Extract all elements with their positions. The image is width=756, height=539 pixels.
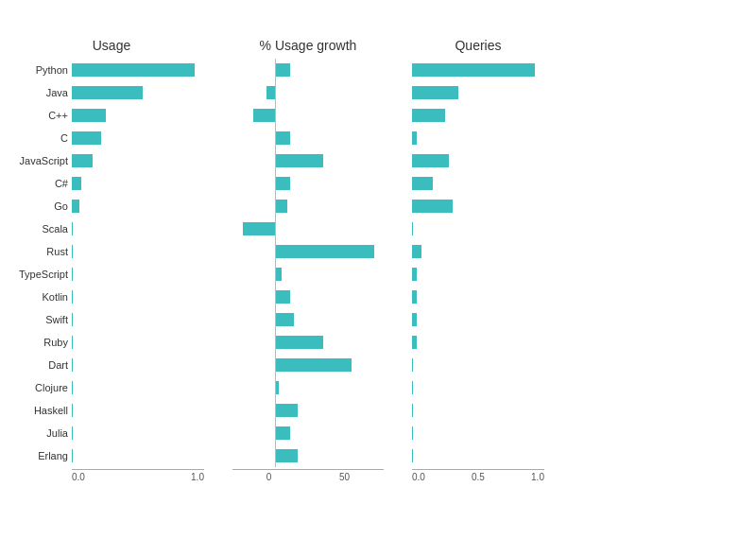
usage-bar-row — [72, 354, 204, 376]
usage-bar-row — [72, 422, 204, 444]
language-labels: PythonJavaC++CJavaScriptC#GoScalaRustTyp… — [19, 59, 72, 482]
queries-bar-row — [412, 149, 544, 172]
queries-panel: Queries 0.0 0.5 1.0 — [412, 38, 544, 482]
usage-bar — [72, 131, 101, 145]
queries-bar — [412, 131, 417, 145]
growth-bar-row — [232, 422, 384, 444]
growth-bar-row — [232, 195, 384, 217]
usage-bar-row — [72, 376, 204, 399]
growth-bar-row — [232, 376, 384, 399]
queries-bar — [412, 426, 413, 440]
usage-bar-row — [72, 81, 204, 104]
language-label-go: Go — [54, 195, 72, 217]
growth-panel: % Usage growth 0 50 — [232, 38, 384, 482]
growth-bar — [275, 200, 288, 213]
usage-bar-row — [72, 444, 204, 467]
usage-bar — [72, 177, 81, 190]
queries-bar — [412, 290, 417, 304]
language-label-clojure: Clojure — [35, 376, 72, 399]
growth-bar — [275, 131, 290, 145]
usage-bar-row — [72, 149, 204, 172]
growth-bar-row — [232, 59, 384, 81]
usage-bar — [72, 358, 73, 372]
queries-bar-row — [412, 172, 544, 195]
usage-bar — [72, 222, 73, 235]
growth-bar-row — [232, 308, 384, 331]
queries-bar — [412, 109, 445, 122]
growth-title: % Usage growth — [232, 38, 384, 53]
language-label-rust: Rust — [46, 240, 72, 263]
growth-bar-row — [232, 104, 384, 127]
queries-bar-row — [412, 81, 544, 104]
queries-bar-row — [412, 376, 544, 399]
usage-bar-row — [72, 59, 204, 81]
growth-bar-row — [232, 286, 384, 308]
language-label-haskell: Haskell — [34, 399, 72, 422]
growth-bar — [275, 177, 290, 190]
usage-title: Usage — [19, 38, 204, 53]
usage-bar-row — [72, 399, 204, 422]
queries-bar — [412, 358, 413, 372]
language-label-c#: C# — [55, 172, 72, 195]
queries-bar — [412, 154, 449, 167]
usage-bar-row — [72, 127, 204, 149]
usage-xaxis-1: 1.0 — [191, 472, 204, 482]
growth-bar-row — [232, 127, 384, 149]
usage-xaxis-0: 0.0 — [72, 472, 85, 482]
queries-xaxis-1: 1.0 — [531, 472, 544, 482]
growth-bar-row — [232, 331, 384, 354]
language-label-swift: Swift — [45, 308, 72, 331]
growth-bar-row — [232, 354, 384, 376]
usage-bar — [72, 336, 73, 349]
growth-xaxis-0: 0 — [266, 472, 272, 482]
language-label-java: Java — [46, 81, 72, 104]
language-label-erlang: Erlang — [38, 444, 72, 467]
usage-bar — [72, 86, 143, 99]
growth-bar-row — [232, 217, 384, 240]
growth-bar — [266, 86, 275, 99]
queries-bar-row — [412, 331, 544, 354]
queries-bar-row — [412, 354, 544, 376]
growth-bar — [275, 336, 323, 349]
queries-bar-row — [412, 444, 544, 467]
usage-bar — [72, 245, 73, 258]
growth-bar — [275, 404, 298, 417]
language-label-c: C — [60, 127, 72, 149]
language-label-javascript: JavaScript — [20, 149, 72, 172]
growth-bar-row — [232, 399, 384, 422]
usage-bar-row — [72, 331, 204, 354]
usage-bar-row — [72, 195, 204, 217]
queries-bar — [412, 63, 535, 77]
usage-bar-row — [72, 217, 204, 240]
growth-bar — [275, 426, 290, 440]
growth-bar — [275, 154, 323, 167]
queries-xaxis-0: 0.0 — [412, 472, 425, 482]
queries-bar-row — [412, 286, 544, 308]
queries-bar — [412, 404, 413, 417]
growth-bar — [275, 449, 298, 462]
growth-bar — [253, 109, 275, 122]
growth-bar-row — [232, 81, 384, 104]
growth-bar-row — [232, 263, 384, 286]
queries-bar — [412, 336, 417, 349]
queries-bar — [412, 177, 433, 190]
language-label-ruby: Ruby — [43, 331, 72, 354]
growth-bar-row — [232, 444, 384, 467]
usage-bar-row — [72, 104, 204, 127]
language-label-kotlin: Kotlin — [42, 286, 72, 308]
growth-bar — [243, 222, 275, 235]
usage-bar — [72, 63, 195, 77]
queries-title: Queries — [412, 38, 544, 53]
language-label-julia: Julia — [46, 422, 72, 444]
growth-bar — [275, 245, 375, 258]
queries-bar — [412, 222, 413, 235]
growth-zero-line — [275, 59, 277, 467]
usage-bar — [72, 268, 73, 281]
usage-bar-row — [72, 172, 204, 195]
growth-bar — [275, 63, 290, 77]
queries-bar — [412, 313, 417, 326]
usage-bar — [72, 200, 79, 213]
queries-bar-row — [412, 104, 544, 127]
usage-bar — [72, 290, 73, 304]
usage-bar-row — [72, 308, 204, 331]
